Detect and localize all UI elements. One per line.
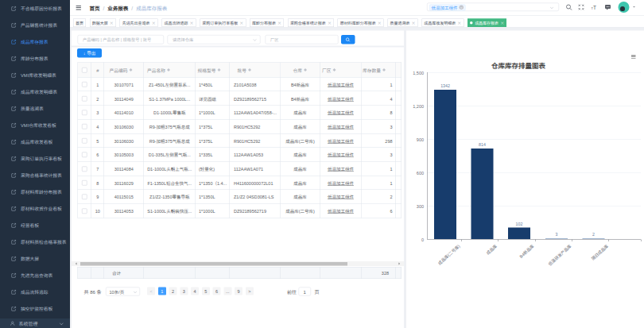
svg-text:T: T: [593, 5, 596, 10]
